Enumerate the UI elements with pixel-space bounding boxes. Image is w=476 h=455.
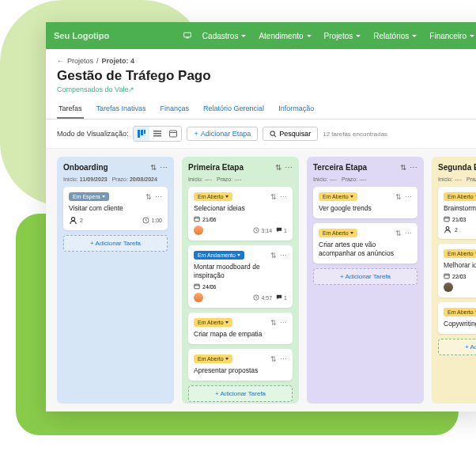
start-label: Início: <box>188 176 203 182</box>
add-task-label: Adicionar Tarefa <box>220 390 266 397</box>
svg-point-22 <box>446 226 449 229</box>
column-move-icon[interactable]: ⇅ <box>400 163 406 172</box>
add-task-button[interactable]: + Adicionar Tarefa <box>63 235 168 252</box>
comment-icon <box>276 227 282 233</box>
task-card[interactable]: Em Aberto Brainstorm Equipe 21/03 2 <box>438 187 476 239</box>
view-list-button[interactable] <box>149 127 165 141</box>
start-label: Início: <box>313 176 328 182</box>
status-chip[interactable]: Em Aberto <box>194 355 232 363</box>
column-menu-icon[interactable]: ⋯ <box>160 163 168 172</box>
add-task-label: Adicionar Tarefa <box>470 343 476 351</box>
display-icon[interactable] <box>179 32 196 40</box>
column-title: Primeira Etapa <box>188 163 244 172</box>
card-move-icon[interactable]: ⇅ <box>270 355 277 363</box>
status-chip[interactable]: Em Andamento <box>194 251 244 260</box>
status-chip[interactable]: Em Aberto <box>444 249 476 258</box>
card-menu-icon[interactable]: ⋯ <box>280 319 287 327</box>
card-menu-icon[interactable]: ⋯ <box>155 193 162 201</box>
add-task-button[interactable]: + Adicionar Tarefa <box>438 339 476 355</box>
nav-cadastros[interactable]: Cadastros <box>196 32 253 40</box>
card-title: Ver google trends <box>319 204 412 213</box>
tab-tarefas[interactable]: Tarefas <box>57 101 84 119</box>
add-task-button[interactable]: + Adicionar Tarefa <box>188 385 293 402</box>
card-menu-icon[interactable]: ⋯ <box>280 193 287 201</box>
status-chip[interactable]: Em Aberto <box>194 318 232 327</box>
start-date: ---- <box>330 176 337 182</box>
status-chip[interactable]: Em Espera <box>69 192 109 201</box>
nav-atendimento[interactable]: Atendimento <box>252 32 317 40</box>
view-calendar-button[interactable] <box>165 127 181 141</box>
tab-informacao[interactable]: Informação <box>277 101 315 119</box>
column-menu-icon[interactable]: ⋯ <box>285 163 293 172</box>
tab-financas[interactable]: Finanças <box>159 101 191 119</box>
page-header: ← Projetos / Projeto: 4 Gestão de Tráfeg… <box>46 49 476 98</box>
clock-icon <box>142 217 149 224</box>
people-count: 2 <box>455 227 458 233</box>
back-icon[interactable]: ← <box>57 57 64 65</box>
nav-financeiro[interactable]: Financeiro <box>423 32 476 40</box>
task-card[interactable]: Em Aberto Melhorar ideia selecionada 22/… <box>438 244 476 298</box>
card-title: Melhorar ideia selecionada <box>444 261 476 270</box>
search-button[interactable]: Pesquisar <box>263 127 318 141</box>
nav-projetos[interactable]: Projetos <box>318 32 368 40</box>
svg-rect-4 <box>144 130 145 134</box>
card-title: Criar artes que vão acompanhar os anúnci… <box>319 241 412 258</box>
view-mode-label: Modo de Visualização: <box>57 130 128 138</box>
column-title: Terceira Etapa <box>313 163 367 172</box>
start-date: ---- <box>205 176 212 182</box>
column-menu-icon[interactable]: ⋯ <box>410 163 417 172</box>
clock-icon <box>253 294 259 301</box>
card-move-icon[interactable]: ⇅ <box>270 252 277 260</box>
person-icon <box>69 216 77 225</box>
end-label: Prazo: <box>217 176 232 182</box>
column-move-icon[interactable]: ⇅ <box>150 163 157 172</box>
breadcrumb-current: Projeto: 4 <box>102 57 135 65</box>
status-chip[interactable]: Em Aberto <box>194 192 232 201</box>
card-move-icon[interactable]: ⇅ <box>395 193 402 201</box>
topnav: Cadastros Atendimento Projetos Relatório… <box>179 32 476 40</box>
tab-tarefas-inativas[interactable]: Tarefas Inativas <box>95 101 148 119</box>
status-chip[interactable]: Em Aberto <box>444 308 476 317</box>
svg-rect-0 <box>183 32 191 37</box>
add-task-label: Adicionar Tarefa <box>95 240 141 247</box>
svg-rect-6 <box>153 133 161 135</box>
page-subtitle-link[interactable]: Compensados do Vale↗ <box>57 85 476 93</box>
status-chip[interactable]: Em Aberto <box>319 192 357 201</box>
view-kanban-button[interactable] <box>134 127 149 141</box>
svg-rect-20 <box>444 217 449 222</box>
nav-relatorios[interactable]: Relatórios <box>367 32 423 40</box>
svg-point-12 <box>71 218 74 221</box>
status-chip[interactable]: Em Aberto <box>319 229 357 237</box>
page-title: Gestão de Tráfego Pago <box>57 68 476 84</box>
card-menu-icon[interactable]: ⋯ <box>405 229 412 237</box>
tab-relatorio-gerencial[interactable]: Relatório Gerencial <box>202 101 266 119</box>
task-card[interactable]: Em Andamento ⇅⋯ Montar moodboard de insp… <box>188 245 293 308</box>
status-chip[interactable]: Em Aberto <box>444 192 476 201</box>
card-menu-icon[interactable]: ⋯ <box>280 355 287 363</box>
add-task-button[interactable]: + Adicionar Tarefa <box>313 268 417 285</box>
task-card[interactable]: Em Aberto ⇅⋯ Criar mapa de empatia <box>188 313 293 344</box>
task-card[interactable]: Em Aberto ⇅⋯ Ver google trends <box>313 187 417 218</box>
card-move-icon[interactable]: ⇅ <box>270 193 277 201</box>
toolbar: Modo de Visualização: + Adicionar Etapa … <box>46 119 476 149</box>
task-card[interactable]: Em Aberto ⇅⋯ Apresentar propostas <box>188 349 293 381</box>
card-move-icon[interactable]: ⇅ <box>395 229 402 237</box>
svg-rect-3 <box>141 130 143 135</box>
task-card[interactable]: Em Aberto Copywriting <box>438 302 476 334</box>
svg-point-10 <box>270 131 274 135</box>
column-move-icon[interactable]: ⇅ <box>275 163 281 172</box>
breadcrumb-parent[interactable]: Projetos <box>67 57 93 65</box>
card-move-icon[interactable]: ⇅ <box>145 193 152 201</box>
task-card[interactable]: Em Aberto ⇅⋯ Criar artes que vão acompan… <box>313 223 417 264</box>
search-label: Pesquisar <box>279 130 311 138</box>
card-move-icon[interactable]: ⇅ <box>270 319 277 327</box>
card-menu-icon[interactable]: ⋯ <box>280 252 287 260</box>
task-card[interactable]: Em Aberto ⇅⋯ Selecionar ideias 21/06 3:1… <box>188 187 293 241</box>
card-title: Brainstorm Equipe <box>444 204 476 213</box>
svg-rect-7 <box>153 135 161 137</box>
card-menu-icon[interactable]: ⋯ <box>405 193 412 201</box>
card-title: Copywriting <box>444 320 476 328</box>
add-stage-button[interactable]: + Adicionar Etapa <box>187 127 258 141</box>
task-card[interactable]: Em Espera ⇅⋯ Visitar com cliente 2 1:00 <box>63 187 168 230</box>
calendar-icon <box>194 283 200 290</box>
